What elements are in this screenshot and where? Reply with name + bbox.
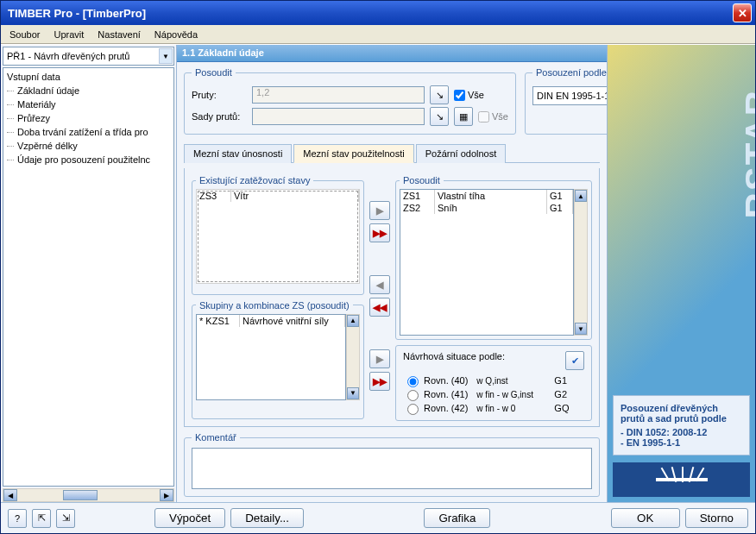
scroll-up-icon[interactable]: ▲ bbox=[347, 315, 359, 327]
move-left-icon[interactable]: ◀ bbox=[369, 275, 390, 294]
info-box: Posouzení dřevěných prutů a sad prutů po… bbox=[613, 395, 750, 455]
case-combo-text: PŘ1 - Návrh dřevěných prutů bbox=[7, 51, 129, 61]
existing-ls-group: Existující zatěžovací stavy ZS3 Vítr bbox=[192, 175, 364, 295]
nav-tree[interactable]: Vstupní data Základní údaje Materiály Pr… bbox=[3, 67, 174, 487]
radio-41[interactable]: Rovn. (41) bbox=[403, 387, 468, 401]
info-line-1: - DIN 1052: 2008-12 bbox=[621, 427, 742, 437]
radio-42[interactable]: Rovn. (42) bbox=[403, 401, 468, 415]
komentar-legend: Komentář bbox=[192, 432, 240, 443]
menu-upravit[interactable]: Upravit bbox=[47, 27, 91, 42]
move-buttons: ▶ ▶▶ ◀ ◀◀ ▶ ▶▶ bbox=[369, 175, 390, 419]
main-pane: 1.1 Základní údaje Posoudit Pruty: 1,2 ↘… bbox=[177, 45, 607, 502]
menu-nastaveni[interactable]: Nastavení bbox=[91, 27, 148, 42]
logo-block bbox=[613, 462, 750, 497]
menu-soubor[interactable]: Soubor bbox=[3, 27, 47, 42]
situace-group: Návrhová situace podle: ✔ Rovn. (40)w Q,… bbox=[395, 345, 592, 421]
vse2-check[interactable]: Vše bbox=[478, 111, 508, 123]
situace-title: Návrhová situace podle: bbox=[403, 351, 505, 370]
export-icon[interactable]: ⇱ bbox=[32, 509, 51, 528]
tab-pozarni[interactable]: Požární odolnost bbox=[416, 144, 507, 163]
pruty-label: Pruty: bbox=[192, 90, 247, 100]
scroll-left-icon[interactable]: ◀ bbox=[3, 489, 17, 501]
existing-ls-list[interactable]: ZS3 Vítr bbox=[196, 189, 360, 284]
posoudit-group: Posoudit Pruty: 1,2 ↘ Vše Sady prutů: ↘ … bbox=[184, 67, 516, 135]
brand-rstab: RSTAB bbox=[738, 88, 755, 219]
scroll-up-icon[interactable]: ▲ bbox=[575, 190, 587, 202]
content: PŘ1 - Návrh dřevěných prutů ▼ Vstupní da… bbox=[1, 44, 755, 502]
info-title: Posouzení dřevěných prutů a sad prutů po… bbox=[621, 403, 742, 424]
tree-root[interactable]: Vstupní data bbox=[5, 70, 172, 84]
move-right2-icon[interactable]: ▶ bbox=[369, 349, 390, 368]
tree-item-doba[interactable]: Doba trvání zatížení a třída pro bbox=[5, 125, 172, 139]
tabs: Mezní stav únosnosti Mezní stav použitel… bbox=[184, 143, 600, 163]
tab-unosnost[interactable]: Mezní stav únosnosti bbox=[184, 144, 292, 163]
list-row[interactable]: ZS1 Vlastní tíha G1 bbox=[400, 190, 573, 202]
menu-napoveda[interactable]: Nápověda bbox=[148, 27, 205, 42]
move-right-icon[interactable]: ▶ bbox=[369, 201, 390, 220]
posoudit-list[interactable]: ZS1 Vlastní tíha G1 ZS2 Sníh G1 bbox=[400, 189, 574, 336]
dropdown-arrow-icon[interactable]: ▼ bbox=[159, 48, 173, 64]
komentar-group: Komentář bbox=[184, 432, 600, 497]
combo-ls-list[interactable]: * KZS1 Návrhové vnitřní síly bbox=[196, 314, 346, 400]
menubar: Soubor Upravit Nastavení Nápověda bbox=[1, 25, 755, 44]
vse1-check[interactable]: Vše bbox=[454, 90, 484, 101]
case-combo[interactable]: PŘ1 - Návrh dřevěných prutů ▼ bbox=[3, 47, 174, 66]
list-row[interactable]: * KZS1 Návrhové vnitřní síly bbox=[197, 315, 345, 327]
right-panel: RSTAB TIMBER Pro Posouzení dřevěných pru… bbox=[607, 45, 755, 502]
posoudit-legend: Posoudit bbox=[192, 67, 236, 78]
posoudit-scrollbar[interactable]: ▲ ▼ bbox=[574, 189, 588, 336]
move-all-right2-icon[interactable]: ▶▶ bbox=[369, 372, 390, 391]
left-pane: PŘ1 - Návrh dřevěných prutů ▼ Vstupní da… bbox=[1, 45, 177, 502]
info-line-2: - EN 1995-1-1 bbox=[621, 437, 742, 448]
komentar-input[interactable] bbox=[192, 448, 592, 489]
tree-item-zakladni[interactable]: Základní údaje bbox=[5, 84, 172, 97]
new-sady-icon[interactable]: ▦ bbox=[454, 107, 473, 126]
pick-sady-icon[interactable]: ↘ bbox=[430, 107, 449, 126]
main-header: 1.1 Základní údaje bbox=[177, 45, 607, 62]
close-button[interactable]: ✕ bbox=[733, 3, 752, 22]
tab-panel: Existující zatěžovací stavy ZS3 Vítr Sku… bbox=[184, 168, 600, 427]
combo-ls-legend: Skupiny a kombinace ZS (posoudit) bbox=[196, 300, 353, 311]
norma-combo[interactable]: DIN EN 1995-1-1: 2004 ▼ bbox=[532, 86, 607, 105]
norma-group: Posouzení podle normy DIN EN 1995-1-1: 2… bbox=[525, 67, 607, 135]
titlebar: TIMBER Pro - [TimberPro] ✕ bbox=[1, 1, 755, 25]
scroll-thumb[interactable] bbox=[63, 490, 98, 500]
existing-ls-legend: Existující zatěžovací stavy bbox=[196, 175, 313, 185]
combo-scrollbar[interactable]: ▲ ▼ bbox=[346, 314, 360, 400]
scroll-right-icon[interactable]: ▶ bbox=[160, 489, 173, 501]
tree-item-materialy[interactable]: Materiály bbox=[5, 97, 172, 111]
bottom-bar: ? ⇱ ⇲ Výpočet Detaily... Grafika OK Stor… bbox=[1, 502, 755, 533]
posoudit-list-group: Posoudit ZS1 Vlastní tíha G1 ZS bbox=[395, 175, 592, 340]
vypocet-button[interactable]: Výpočet bbox=[154, 508, 225, 528]
move-all-right-icon[interactable]: ▶▶ bbox=[369, 223, 390, 242]
tree-scrollbar[interactable]: ◀ ▶ bbox=[3, 488, 174, 502]
list-row[interactable]: ZS3 Vítr bbox=[197, 190, 359, 202]
radio-40[interactable]: Rovn. (40) bbox=[403, 374, 468, 387]
move-all-left-icon[interactable]: ◀◀ bbox=[369, 298, 390, 317]
tree-item-prurezy[interactable]: Průřezy bbox=[5, 111, 172, 125]
pruty-input[interactable]: 1,2 bbox=[252, 86, 425, 104]
ok-button[interactable]: OK bbox=[611, 508, 680, 528]
check-icon[interactable]: ✔ bbox=[565, 351, 584, 370]
window-title: TIMBER Pro - [TimberPro] bbox=[4, 7, 733, 20]
storno-button[interactable]: Storno bbox=[685, 508, 748, 528]
tree-item-udaje[interactable]: Údaje pro posouzení použitelnc bbox=[5, 153, 172, 166]
scroll-down-icon[interactable]: ▼ bbox=[347, 387, 359, 399]
help-icon[interactable]: ? bbox=[8, 509, 27, 528]
tab-pouzitelnost[interactable]: Mezní stav použitelnosti bbox=[293, 144, 413, 163]
scroll-down-icon[interactable]: ▼ bbox=[575, 323, 587, 335]
pick-pruty-icon[interactable]: ↘ bbox=[430, 85, 449, 104]
norma-legend: Posouzení podle normy bbox=[532, 67, 607, 78]
norma-value: DIN EN 1995-1-1: 2004 bbox=[537, 91, 607, 101]
detaily-button[interactable]: Detaily... bbox=[230, 508, 304, 528]
grafika-button[interactable]: Grafika bbox=[424, 508, 490, 528]
sady-label: Sady prutů: bbox=[192, 111, 247, 122]
import-icon[interactable]: ⇲ bbox=[56, 509, 75, 528]
bridge-icon bbox=[656, 469, 708, 490]
combo-ls-group: Skupiny a kombinace ZS (posoudit) * KZS1… bbox=[192, 300, 364, 420]
posoudit-list-legend: Posoudit bbox=[400, 175, 444, 185]
list-row[interactable]: ZS2 Sníh G1 bbox=[400, 202, 573, 214]
tree-item-vzper[interactable]: Vzpěrné délky bbox=[5, 139, 172, 153]
app-window: TIMBER Pro - [TimberPro] ✕ Soubor Upravi… bbox=[0, 0, 756, 534]
sady-input[interactable] bbox=[252, 108, 425, 125]
